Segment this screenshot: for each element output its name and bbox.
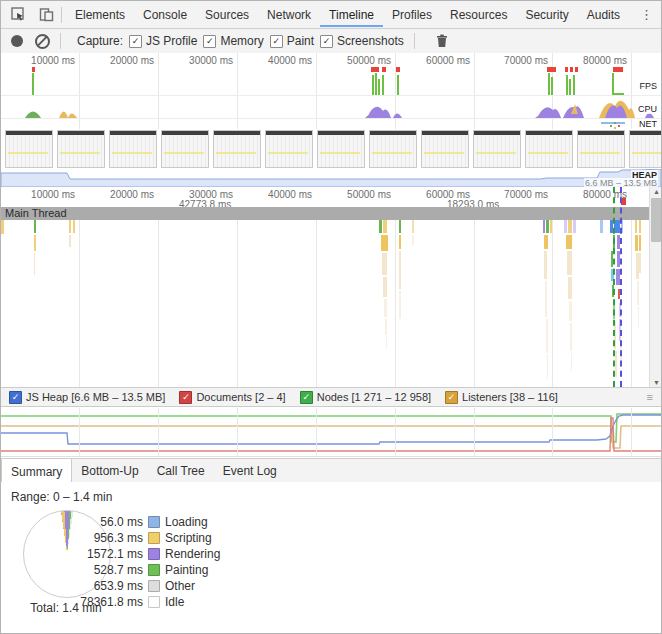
chart-mark bbox=[237, 220, 238, 387]
tab-event-log[interactable]: Event Log bbox=[214, 459, 286, 482]
flame-chart[interactable] bbox=[1, 220, 661, 387]
trash-icon[interactable] bbox=[431, 32, 453, 50]
chart-mark bbox=[316, 220, 317, 387]
chart-mark bbox=[543, 220, 545, 233]
tab-timeline[interactable]: Timeline bbox=[320, 2, 383, 27]
chart-mark bbox=[637, 281, 639, 305]
screenshot-thumbnail[interactable] bbox=[265, 130, 313, 168]
checkbox-js-profile[interactable]: ✓ JS Profile bbox=[129, 34, 197, 48]
chart-mark bbox=[375, 73, 377, 95]
device-toolbar-icon[interactable] bbox=[35, 6, 57, 24]
tab-elements[interactable]: Elements bbox=[66, 2, 134, 27]
chart-mark bbox=[550, 220, 552, 233]
counters-graph[interactable] bbox=[1, 408, 661, 457]
chart-mark bbox=[379, 220, 382, 233]
toolbar-divider bbox=[414, 33, 415, 49]
counter-toggle-documents[interactable]: ✓ Documents [2 – 4] bbox=[179, 391, 285, 404]
menu-icon[interactable]: ⋮ bbox=[640, 7, 653, 22]
timeline-overview[interactable]: 10000 ms 20000 ms 30000 ms 40000 ms 5000… bbox=[1, 53, 661, 129]
chart-mark bbox=[544, 251, 547, 279]
chart-mark bbox=[34, 235, 36, 251]
chart-mark bbox=[569, 301, 572, 321]
vertical-scrollbar[interactable]: ▲ ▼ bbox=[649, 187, 662, 387]
tab-audits[interactable]: Audits bbox=[578, 2, 629, 27]
chart-mark bbox=[378, 79, 380, 95]
summary-label: Painting bbox=[165, 563, 208, 577]
tab-bottom-up[interactable]: Bottom-Up bbox=[72, 459, 147, 482]
scrollbar-thumb[interactable] bbox=[651, 198, 661, 242]
chart-mark bbox=[1, 220, 4, 234]
chart-mark bbox=[565, 67, 568, 72]
chart-mark bbox=[639, 220, 641, 233]
chart-mark bbox=[631, 408, 632, 456]
checkbox-icon: ✓ bbox=[320, 35, 333, 48]
screenshot-thumbnail[interactable] bbox=[525, 130, 573, 168]
chart-mark bbox=[613, 67, 623, 72]
chart-mark bbox=[639, 253, 641, 273]
chart-mark bbox=[575, 67, 578, 72]
main-thread-header[interactable]: Main Thread bbox=[1, 207, 650, 220]
tab-network[interactable]: Network bbox=[258, 2, 320, 27]
counter-toggle-js-heap[interactable]: ✓ JS Heap [6.6 MB – 13.5 MB] bbox=[9, 391, 165, 404]
tab-resources[interactable]: Resources bbox=[441, 2, 516, 27]
counter-label: Documents [2 – 4] bbox=[196, 391, 285, 403]
ruler-label: 20000 ms bbox=[90, 55, 154, 66]
chart-mark bbox=[158, 220, 159, 387]
counter-toggle-listeners[interactable]: ✓ Listeners [38 – 116] bbox=[445, 391, 558, 404]
load-event-marker-line bbox=[620, 187, 622, 387]
checkbox-memory[interactable]: ✓ Memory bbox=[203, 34, 263, 48]
summary-value: 956.3 ms bbox=[31, 531, 143, 545]
screenshot-thumbnail[interactable] bbox=[213, 130, 261, 168]
checkbox-icon: ✓ bbox=[179, 391, 192, 404]
scroll-up-icon[interactable]: ▲ bbox=[650, 188, 662, 195]
screenshot-thumbnail[interactable] bbox=[421, 130, 469, 168]
chart-mark bbox=[382, 67, 386, 72]
summary-panel: Range: 0 – 1.4 min Total: 1.4 min 56.0 m… bbox=[1, 482, 661, 633]
summary-row-painting: 528.7 ms Painting bbox=[31, 562, 220, 578]
checkbox-label: Paint bbox=[287, 34, 314, 48]
chart-mark bbox=[600, 220, 603, 233]
tab-sources[interactable]: Sources bbox=[196, 2, 258, 27]
screenshot-thumbnail[interactable] bbox=[629, 130, 662, 168]
chart-mark bbox=[631, 220, 632, 387]
category-swatch bbox=[148, 548, 160, 560]
screenshot-thumbnail[interactable] bbox=[473, 130, 521, 168]
screenshot-thumbnail[interactable] bbox=[317, 130, 365, 168]
screenshot-thumbnail[interactable] bbox=[369, 130, 417, 168]
record-icon[interactable] bbox=[11, 35, 23, 47]
cpu-net-graph bbox=[1, 96, 661, 129]
chart-mark bbox=[638, 307, 639, 329]
scroll-down-icon[interactable]: ▼ bbox=[650, 379, 662, 386]
checkbox-label: Screenshots bbox=[337, 34, 404, 48]
counter-toggle-nodes[interactable]: ✓ Nodes [1 271 – 12 958] bbox=[300, 391, 431, 404]
chart-mark bbox=[566, 75, 568, 95]
checkbox-paint[interactable]: ✓ Paint bbox=[270, 34, 314, 48]
chart-mark bbox=[382, 75, 384, 95]
clear-icon[interactable] bbox=[35, 34, 50, 49]
chart-mark bbox=[372, 75, 374, 95]
chart-mark bbox=[570, 67, 573, 72]
range-label: Range: 0 – 1.4 min bbox=[11, 490, 112, 504]
grip-icon[interactable]: ≡ bbox=[647, 394, 653, 400]
tab-security[interactable]: Security bbox=[516, 2, 577, 27]
ruler-label: 60000 ms bbox=[406, 55, 470, 66]
dcl-event-marker-line bbox=[613, 187, 615, 387]
cpu-row-label: CPU bbox=[637, 104, 658, 114]
capture-toolbar: Capture: ✓ JS Profile ✓ Memory ✓ Paint ✓… bbox=[1, 29, 661, 54]
screenshot-thumbnail[interactable] bbox=[57, 130, 105, 168]
net-row-label: NET bbox=[638, 119, 658, 129]
screenshot-thumbnail[interactable] bbox=[161, 130, 209, 168]
screenshot-thumbnail[interactable] bbox=[577, 130, 625, 168]
screenshot-thumbnail[interactable] bbox=[5, 130, 53, 168]
checkbox-screenshots[interactable]: ✓ Screenshots bbox=[320, 34, 404, 48]
details-tabbar: Summary Bottom-Up Call Tree Event Log bbox=[1, 458, 661, 483]
screenshot-thumbnail[interactable] bbox=[109, 130, 157, 168]
inspect-element-icon[interactable] bbox=[7, 6, 29, 24]
ruler-label: 40000 ms bbox=[248, 55, 312, 66]
tab-profiles[interactable]: Profiles bbox=[383, 2, 441, 27]
tab-console[interactable]: Console bbox=[134, 2, 196, 27]
heap-overview[interactable]: HEAP 6.6 MB – 13.5 MB bbox=[1, 169, 661, 188]
tab-call-tree[interactable]: Call Tree bbox=[148, 459, 214, 482]
tab-summary[interactable]: Summary bbox=[1, 459, 72, 483]
chart-mark bbox=[69, 235, 71, 247]
